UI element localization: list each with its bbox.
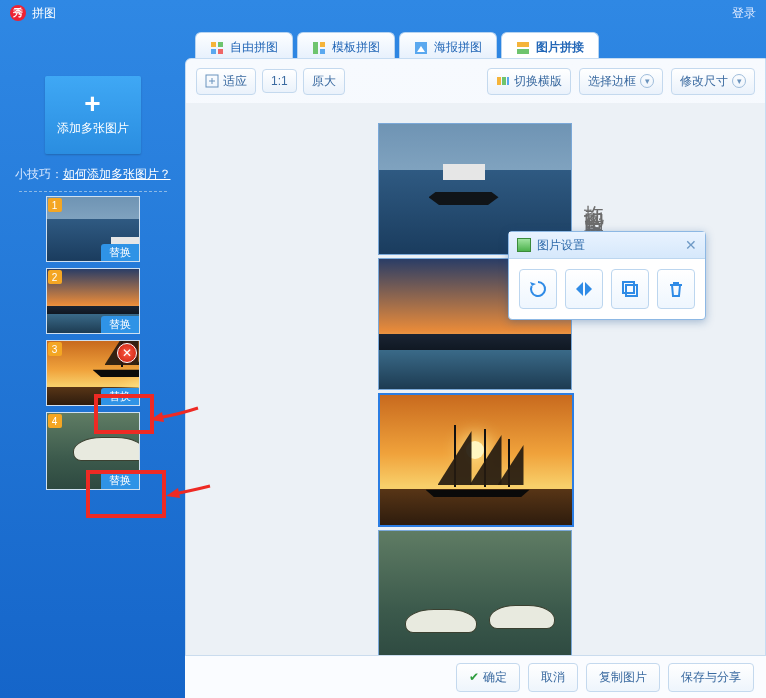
plus-icon: +: [84, 94, 100, 114]
footer: ✔确定 取消 复制图片 保存与分享: [185, 655, 766, 698]
thumb-index: 4: [48, 414, 62, 428]
scale-1to1-button[interactable]: 1:1: [262, 69, 297, 93]
divider: [19, 191, 167, 192]
free-collage-icon: [210, 41, 224, 55]
fit-button[interactable]: 适应: [196, 68, 256, 95]
mode-tabs: 自由拼图 模板拼图 海报拼图 图片拼接: [195, 26, 766, 62]
check-icon: ✔: [469, 670, 479, 684]
original-size-button[interactable]: 原大: [303, 68, 345, 95]
flip-horizontal-button[interactable]: [565, 269, 603, 309]
svg-rect-10: [517, 49, 529, 54]
poster-collage-icon: [414, 41, 428, 55]
image-settings-popup: 图片设置 ✕: [508, 231, 706, 320]
delete-icon[interactable]: ✕: [117, 343, 137, 363]
replace-button[interactable]: 替换: [101, 472, 139, 489]
app-window: 秀 拼图 登录 自由拼图 模板拼图 海报拼图 图片拼接 + 添加多张图片 小技巧…: [0, 0, 766, 698]
resize-button[interactable]: 修改尺寸 ▾: [671, 68, 755, 95]
tab-label: 海报拼图: [434, 39, 482, 56]
thumb-index: 3: [48, 342, 62, 356]
canvas-image-selected[interactable]: [378, 393, 574, 527]
canvas-image[interactable]: [378, 530, 572, 655]
cancel-button[interactable]: 取消: [528, 663, 578, 692]
replace-button[interactable]: 替换: [101, 388, 139, 405]
thumbnail-item[interactable]: 1 替换: [46, 196, 140, 262]
workarea: 适应 1:1 原大 切换横版 选择边框 ▾ 修改尺寸 ▾: [185, 58, 766, 656]
chevron-down-icon: ▾: [640, 74, 654, 88]
close-icon[interactable]: ✕: [685, 237, 697, 253]
svg-rect-12: [497, 77, 501, 85]
svg-rect-15: [623, 282, 634, 293]
layout-icon: [496, 74, 510, 88]
svg-rect-3: [218, 49, 223, 54]
svg-rect-16: [626, 285, 637, 296]
login-link[interactable]: 登录: [732, 5, 756, 22]
app-logo-icon: 秀: [10, 5, 26, 21]
switch-layout-button[interactable]: 切换横版: [487, 68, 571, 95]
svg-rect-0: [211, 42, 216, 47]
popup-header[interactable]: 图片设置 ✕: [509, 232, 705, 259]
canvas-toolbar: 适应 1:1 原大 切换横版 选择边框 ▾ 修改尺寸 ▾: [186, 59, 765, 103]
rotate-button[interactable]: [519, 269, 557, 309]
tab-label: 自由拼图: [230, 39, 278, 56]
thumbnail-item[interactable]: 2 替换: [46, 268, 140, 334]
image-stitch-icon: [516, 41, 530, 55]
thumb-index: 1: [48, 198, 62, 212]
crop-button[interactable]: [611, 269, 649, 309]
svg-rect-13: [502, 77, 506, 85]
titlebar: 秀 拼图 登录: [0, 0, 766, 26]
svg-rect-6: [320, 49, 325, 54]
add-images-button[interactable]: + 添加多张图片: [45, 76, 141, 154]
tip-text: 小技巧：如何添加多张图片？: [15, 166, 171, 183]
canvas[interactable]: 拖动图片更换顺序。 图片设置 ✕: [186, 103, 765, 655]
sidebar: + 添加多张图片 小技巧：如何添加多张图片？ 1 替换 2 替换 3 ✕ 替换: [0, 58, 185, 656]
tip-link[interactable]: 如何添加多张图片？: [63, 167, 171, 181]
choose-border-button[interactable]: 选择边框 ▾: [579, 68, 663, 95]
fit-icon: [205, 74, 219, 88]
thumbnail-item[interactable]: 4 替换: [46, 412, 140, 490]
svg-rect-4: [313, 42, 318, 54]
save-share-button[interactable]: 保存与分享: [668, 663, 754, 692]
chevron-down-icon: ▾: [732, 74, 746, 88]
delete-button[interactable]: [657, 269, 695, 309]
svg-rect-14: [507, 77, 509, 85]
thumbnail-list: 1 替换 2 替换 3 ✕ 替换 4 替换: [46, 196, 140, 490]
replace-button[interactable]: 替换: [101, 316, 139, 333]
thumb-index: 2: [48, 270, 62, 284]
image-icon: [517, 238, 531, 252]
app-title: 拼图: [32, 5, 56, 22]
stitched-result: 拖动图片更换顺序。 图片设置 ✕: [378, 123, 574, 655]
svg-rect-9: [517, 42, 529, 47]
replace-button[interactable]: 替换: [101, 244, 139, 261]
popup-title: 图片设置: [537, 237, 585, 254]
svg-rect-2: [211, 49, 216, 54]
svg-rect-1: [218, 42, 223, 47]
add-images-label: 添加多张图片: [57, 120, 129, 137]
copy-image-button[interactable]: 复制图片: [586, 663, 660, 692]
tab-label: 模板拼图: [332, 39, 380, 56]
template-collage-icon: [312, 41, 326, 55]
thumbnail-item[interactable]: 3 ✕ 替换: [46, 340, 140, 406]
svg-rect-5: [320, 42, 325, 47]
tab-label: 图片拼接: [536, 39, 584, 56]
ok-button[interactable]: ✔确定: [456, 663, 520, 692]
